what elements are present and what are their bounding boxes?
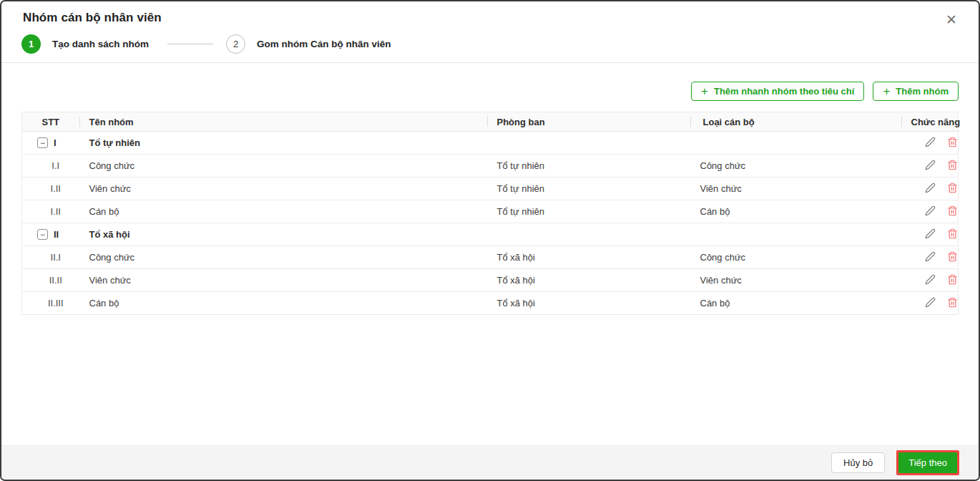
plus-icon: + — [701, 85, 708, 97]
step-2-indicator: 2 — [226, 34, 245, 54]
delete-icon[interactable] — [947, 297, 958, 308]
modal-title: Nhóm cán bộ nhân viên — [23, 11, 162, 25]
delete-icon[interactable] — [947, 183, 958, 193]
column-header-department: Phòng ban — [487, 112, 690, 132]
department-cell: Tổ xã hội — [487, 292, 690, 315]
table-row: II.II Viên chức Tổ xã hội Viên chức — [22, 269, 959, 292]
staff-type-cell — [690, 132, 901, 155]
stt-cell: II.II — [22, 269, 79, 292]
name-cell: Công chức — [79, 155, 487, 178]
department-cell: Tổ xã hội — [487, 246, 690, 269]
table-row: I.II Cán bộ Tổ tự nhiên Cán bộ — [22, 200, 959, 223]
group-row: − I Tổ tự nhiên — [22, 132, 959, 155]
delete-icon[interactable] — [947, 228, 958, 239]
toolbar: + Thêm nhanh nhóm theo tiêu chí + Thêm n… — [21, 82, 959, 101]
collapse-icon[interactable]: − — [37, 229, 48, 240]
delete-icon[interactable] — [947, 160, 958, 170]
column-header-staff-type: Loại cán bộ — [690, 112, 901, 132]
step-connector — [167, 44, 213, 44]
name-cell: Viên chức — [79, 269, 487, 292]
delete-icon[interactable] — [947, 137, 958, 147]
department-cell: Tổ tự nhiên — [487, 178, 690, 200]
stt-cell: I.I — [22, 155, 79, 178]
staff-type-cell: Cán bộ — [690, 200, 901, 223]
modal-header: Nhóm cán bộ nhân viên ✕ — [1, 1, 979, 26]
next-button[interactable]: Tiếp theo — [898, 452, 957, 473]
quick-add-group-label: Thêm nhanh nhóm theo tiêu chí — [714, 86, 854, 97]
edit-icon[interactable] — [925, 137, 936, 147]
group-row: − II Tổ xã hội — [22, 223, 959, 246]
step-1-indicator: 1 — [21, 34, 41, 54]
step-1-label: Tạo danh sách nhóm — [52, 39, 149, 49]
plus-icon: + — [883, 85, 890, 97]
add-group-label: Thêm nhóm — [896, 86, 949, 97]
stt-cell: I.II — [22, 178, 79, 200]
groups-table: STT Tên nhóm Phòng ban Loại cán bộ Chức … — [21, 112, 959, 315]
edit-icon[interactable] — [925, 274, 936, 285]
staff-type-cell: Công chức — [690, 246, 901, 269]
modal-footer: Hủy bỏ Tiếp theo — [1, 445, 979, 480]
staff-type-cell: Viên chức — [690, 269, 901, 292]
staff-type-cell: Công chức — [690, 155, 901, 178]
department-cell: Tổ tự nhiên — [487, 155, 690, 178]
step-2-label: Gom nhóm Cán bộ nhân viên — [257, 39, 391, 49]
staff-type-cell — [690, 223, 901, 246]
edit-icon[interactable] — [925, 205, 936, 216]
department-cell: Tổ xã hội — [487, 269, 690, 292]
department-cell — [487, 132, 690, 155]
group-name-cell: Tổ xã hội — [79, 223, 487, 246]
next-button-highlight: Tiếp theo — [896, 450, 959, 475]
delete-icon[interactable] — [947, 251, 958, 262]
collapse-icon[interactable]: − — [37, 137, 48, 148]
department-cell — [487, 223, 690, 246]
edit-icon[interactable] — [925, 160, 936, 170]
table-header-row: STT Tên nhóm Phòng ban Loại cán bộ Chức … — [22, 112, 959, 132]
name-cell: Viên chức — [79, 178, 487, 200]
delete-icon[interactable] — [947, 274, 958, 285]
table-row: II.I Công chức Tổ xã hội Công chức — [22, 246, 959, 269]
column-header-actions: Chức năng — [901, 112, 959, 132]
stt-cell: I.II — [22, 200, 79, 223]
staff-type-cell: Viên chức — [690, 178, 901, 200]
edit-icon[interactable] — [925, 251, 936, 262]
table-row: II.III Cán bộ Tổ xã hội Cán bộ — [22, 292, 959, 315]
add-group-button[interactable]: + Thêm nhóm — [873, 82, 959, 101]
stt-cell: II.III — [22, 292, 79, 315]
wizard-stepper: 1 Tạo danh sách nhóm 2 Gom nhóm Cán bộ n… — [1, 26, 979, 62]
staff-type-cell: Cán bộ — [690, 292, 901, 315]
modal-content: + Thêm nhanh nhóm theo tiêu chí + Thêm n… — [1, 63, 979, 445]
edit-icon[interactable] — [925, 228, 936, 239]
quick-add-group-button[interactable]: + Thêm nhanh nhóm theo tiêu chí — [691, 82, 864, 101]
department-cell: Tổ tự nhiên — [487, 200, 690, 223]
edit-icon[interactable] — [925, 297, 936, 308]
name-cell: Cán bộ — [79, 200, 487, 223]
edit-icon[interactable] — [925, 183, 936, 193]
name-cell: Cán bộ — [79, 292, 487, 315]
table-row: I.I Công chức Tổ tự nhiên Công chức — [22, 155, 959, 178]
column-header-stt: STT — [22, 112, 79, 132]
column-header-name: Tên nhóm — [79, 112, 487, 132]
stt-cell: II.I — [22, 246, 79, 269]
cancel-button[interactable]: Hủy bỏ — [831, 452, 885, 473]
table-row: I.II Viên chức Tổ tự nhiên Viên chức — [22, 178, 959, 200]
name-cell: Công chức — [79, 246, 487, 269]
close-icon[interactable]: ✕ — [946, 13, 957, 26]
staff-group-modal: Nhóm cán bộ nhân viên ✕ 1 Tạo danh sách … — [0, 0, 980, 481]
group-name-cell: Tổ tự nhiên — [79, 132, 487, 155]
delete-icon[interactable] — [947, 205, 958, 216]
